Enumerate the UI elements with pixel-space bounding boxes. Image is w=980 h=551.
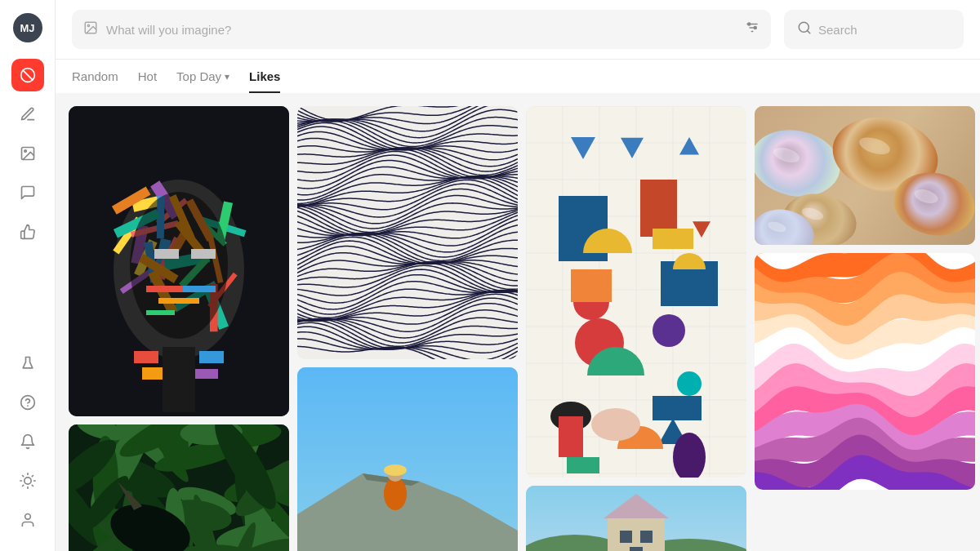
list-item[interactable]: [69, 424, 289, 551]
svg-line-24: [807, 30, 809, 33]
nav-tabs: Random Hot Top Day ▾ Likes: [56, 60, 980, 93]
sidebar-item-discover[interactable]: [11, 59, 44, 91]
search-bar[interactable]: Search: [784, 10, 964, 49]
svg-line-9: [22, 476, 23, 477]
tab-hot[interactable]: Hot: [138, 69, 157, 93]
list-item[interactable]: [297, 367, 518, 551]
sidebar: MJ: [0, 0, 56, 551]
gallery: [56, 93, 980, 551]
prompt-search-bar[interactable]: [72, 10, 771, 49]
filter-icon[interactable]: [745, 20, 760, 39]
search-placeholder: Search: [818, 23, 858, 37]
svg-point-21: [748, 23, 751, 25]
sidebar-item-help[interactable]: [11, 386, 44, 419]
sidebar-item-lab[interactable]: [11, 347, 44, 380]
main-content: Search Random Hot Top Day ▾ Likes: [56, 0, 980, 551]
list-item[interactable]: [297, 106, 518, 359]
chevron-down-icon: ▾: [225, 71, 229, 82]
gallery-grid: [69, 106, 967, 551]
avatar[interactable]: MJ: [13, 13, 42, 42]
list-item[interactable]: [755, 106, 975, 245]
sidebar-item-likes[interactable]: [11, 216, 44, 248]
tab-top-day[interactable]: Top Day ▾: [176, 69, 229, 93]
sidebar-item-notifications[interactable]: [11, 425, 44, 458]
sidebar-item-profile[interactable]: [11, 504, 44, 536]
search-icon: [797, 20, 812, 39]
sidebar-item-gallery[interactable]: [11, 137, 44, 170]
svg-point-15: [24, 514, 30, 520]
svg-point-17: [87, 24, 89, 26]
tab-random[interactable]: Random: [72, 69, 118, 93]
sidebar-item-brightness[interactable]: [11, 464, 44, 497]
tab-likes[interactable]: Likes: [249, 69, 280, 93]
svg-line-1: [23, 70, 33, 80]
list-item[interactable]: [526, 106, 746, 478]
svg-line-10: [32, 485, 33, 486]
sidebar-item-create[interactable]: [11, 98, 44, 131]
list-item[interactable]: [69, 106, 289, 416]
gallery-col-2: [297, 106, 518, 551]
sidebar-bottom: [11, 345, 44, 538]
list-item[interactable]: [526, 486, 746, 551]
svg-point-3: [24, 150, 25, 153]
image-icon: [83, 20, 98, 39]
list-item[interactable]: [755, 253, 975, 490]
gallery-col-4: [755, 106, 975, 551]
sidebar-item-messages[interactable]: [11, 176, 44, 209]
gallery-col-3: [526, 106, 746, 551]
svg-point-6: [24, 478, 30, 484]
gallery-col-1: [69, 106, 289, 551]
header: Search: [56, 0, 980, 60]
svg-point-22: [754, 26, 756, 29]
svg-line-14: [32, 476, 33, 477]
svg-line-13: [22, 485, 23, 486]
prompt-input[interactable]: [106, 23, 737, 37]
